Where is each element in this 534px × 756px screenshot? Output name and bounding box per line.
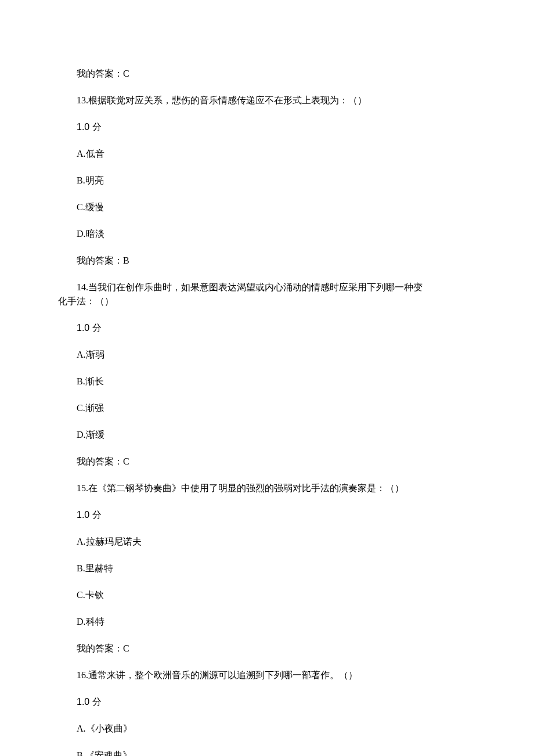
option-15-c: C.卡钦	[58, 588, 476, 602]
option-text: A.拉赫玛尼诺夫	[77, 537, 142, 546]
option-text: C.缓慢	[77, 202, 104, 212]
points-text: 1.0 分	[77, 323, 102, 333]
option-16-a: A.《小夜曲》	[58, 722, 476, 736]
points-text: 1.0 分	[77, 697, 102, 707]
question-text-line2: 化手法：（）	[58, 294, 476, 308]
question-text: 16.通常来讲，整个欧洲音乐的渊源可以追溯到下列哪一部著作。（）	[77, 670, 358, 680]
option-15-b: B.里赫特	[58, 561, 476, 575]
points-text: 1.0 分	[77, 510, 102, 520]
question-13: 13.根据联觉对应关系，悲伤的音乐情感传递应不在形式上表现为：（）	[58, 93, 476, 107]
option-13-c: C.缓慢	[58, 200, 476, 214]
option-13-d: D.暗淡	[58, 227, 476, 241]
option-text: B.里赫特	[77, 563, 113, 573]
points-text: 1.0 分	[77, 122, 102, 132]
option-text: D.暗淡	[77, 229, 104, 239]
option-text: D.渐缓	[77, 430, 104, 440]
option-text: A.渐弱	[77, 350, 104, 359]
points-15: 1.0 分	[58, 508, 476, 522]
answer-text: 我的答案：B	[77, 255, 129, 265]
answer-text: 我的答案：C	[77, 456, 129, 466]
question-14: 14.当我们在创作乐曲时，如果意图表达渴望或内心涌动的情感时应采用下列哪一种变 …	[58, 280, 476, 308]
option-15-a: A.拉赫玛尼诺夫	[58, 535, 476, 549]
answer-text: 我的答案：C	[77, 69, 129, 78]
option-14-d: D.渐缓	[58, 428, 476, 442]
option-text: A.低音	[77, 149, 104, 159]
option-text: C.卡钦	[77, 590, 104, 600]
option-text: B.渐长	[77, 376, 104, 386]
question-16: 16.通常来讲，整个欧洲音乐的渊源可以追溯到下列哪一部著作。（）	[58, 668, 476, 682]
option-15-d: D.科特	[58, 615, 476, 629]
points-16: 1.0 分	[58, 695, 476, 709]
answer-line-14: 我的答案：C	[58, 455, 476, 469]
option-text: C.渐强	[77, 403, 104, 413]
question-15: 15.在《第二钢琴协奏曲》中使用了明显的强烈的强弱对比手法的演奏家是：（）	[58, 481, 476, 495]
option-14-c: C.渐强	[58, 401, 476, 415]
question-text: 15.在《第二钢琴协奏曲》中使用了明显的强烈的强弱对比手法的演奏家是：（）	[77, 483, 404, 493]
option-text: B.明亮	[77, 175, 104, 185]
question-text-line1: 14.当我们在创作乐曲时，如果意图表达渴望或内心涌动的情感时应采用下列哪一种变	[58, 280, 476, 294]
option-16-b: B.《安魂曲》	[58, 748, 476, 756]
question-text: 13.根据联觉对应关系，悲伤的音乐情感传递应不在形式上表现为：（）	[77, 95, 367, 105]
answer-line-12: 我的答案：C	[58, 67, 476, 81]
option-text: D.科特	[77, 617, 104, 627]
answer-text: 我的答案：C	[77, 643, 129, 653]
option-13-b: B.明亮	[58, 174, 476, 188]
document-page: 我的答案：C 13.根据联觉对应关系，悲伤的音乐情感传递应不在形式上表现为：（）…	[0, 0, 534, 756]
option-14-b: B.渐长	[58, 375, 476, 388]
points-14: 1.0 分	[58, 321, 476, 335]
answer-line-13: 我的答案：B	[58, 254, 476, 268]
option-text: A.《小夜曲》	[77, 723, 132, 733]
option-13-a: A.低音	[58, 147, 476, 161]
answer-line-15: 我的答案：C	[58, 642, 476, 656]
points-13: 1.0 分	[58, 120, 476, 134]
option-14-a: A.渐弱	[58, 348, 476, 362]
option-text: B.《安魂曲》	[77, 750, 132, 756]
